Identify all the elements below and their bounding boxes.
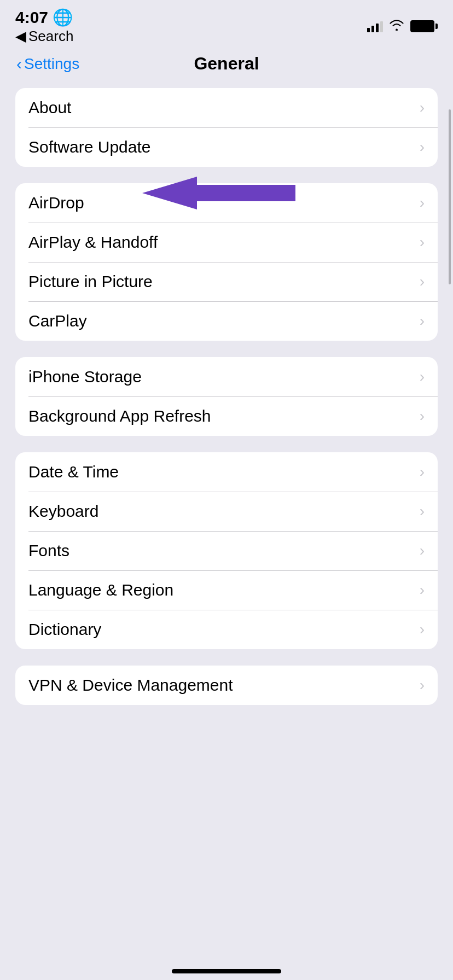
- settings-row-language-region[interactable]: Language & Region ›: [15, 570, 438, 610]
- settings-group-5: VPN & Device Management ›: [15, 666, 438, 705]
- back-button[interactable]: ‹ Settings: [16, 55, 79, 73]
- status-time: 4:07 🌐: [15, 8, 73, 27]
- signal-icon: [367, 20, 383, 32]
- search-back-text: Search: [28, 28, 73, 45]
- back-chevron-icon: ‹: [16, 55, 22, 73]
- status-left: 4:07 🌐 ◀ Search: [15, 8, 73, 45]
- settings-row-vpn-device-management[interactable]: VPN & Device Management ›: [15, 666, 438, 705]
- settings-row-airdrop[interactable]: AirDrop ›: [15, 183, 438, 223]
- background-app-refresh-label: Background App Refresh: [28, 407, 211, 425]
- airplay-handoff-chevron-icon: ›: [420, 234, 425, 251]
- carplay-label: CarPlay: [28, 312, 87, 330]
- settings-content: About › Software Update › AirDrop › AirP…: [0, 83, 453, 743]
- status-right: [367, 19, 438, 34]
- picture-in-picture-label: Picture in Picture: [28, 272, 153, 291]
- airdrop-label: AirDrop: [28, 194, 84, 212]
- settings-row-fonts[interactable]: Fonts ›: [15, 531, 438, 570]
- settings-row-software-update[interactable]: Software Update ›: [15, 127, 438, 167]
- settings-row-airplay-handoff[interactable]: AirPlay & Handoff ›: [15, 223, 438, 262]
- navigation-bar: ‹ Settings General: [0, 48, 453, 83]
- vpn-device-management-label: VPN & Device Management: [28, 676, 233, 695]
- signal-bar-1: [367, 28, 370, 32]
- software-update-label: Software Update: [28, 138, 150, 156]
- fonts-label: Fonts: [28, 541, 69, 560]
- scrollbar[interactable]: [449, 109, 451, 284]
- background-app-refresh-chevron-icon: ›: [420, 407, 425, 425]
- airdrop-chevron-icon: ›: [420, 194, 425, 212]
- about-label: About: [28, 98, 71, 117]
- carplay-chevron-icon: ›: [420, 312, 425, 330]
- settings-group-3: iPhone Storage › Background App Refresh …: [15, 357, 438, 436]
- back-arrow-icon: ◀: [15, 28, 26, 45]
- language-region-label: Language & Region: [28, 581, 173, 599]
- dictionary-chevron-icon: ›: [420, 621, 425, 638]
- iphone-storage-chevron-icon: ›: [420, 368, 425, 386]
- settings-row-picture-in-picture[interactable]: Picture in Picture ›: [15, 262, 438, 301]
- back-label: Settings: [24, 55, 79, 73]
- home-indicator: [172, 969, 281, 973]
- about-chevron-icon: ›: [420, 99, 425, 116]
- settings-row-background-app-refresh[interactable]: Background App Refresh ›: [15, 396, 438, 436]
- iphone-storage-label: iPhone Storage: [28, 368, 142, 386]
- signal-bar-3: [376, 24, 379, 32]
- settings-row-dictionary[interactable]: Dictionary ›: [15, 610, 438, 649]
- fonts-chevron-icon: ›: [420, 542, 425, 559]
- settings-group-2: AirDrop › AirPlay & Handoff › Picture in…: [15, 183, 438, 341]
- wifi-icon: [388, 19, 405, 34]
- settings-row-keyboard[interactable]: Keyboard ›: [15, 492, 438, 531]
- date-time-chevron-icon: ›: [420, 463, 425, 481]
- status-bar: 4:07 🌐 ◀ Search: [0, 0, 453, 48]
- page-title: General: [194, 54, 259, 74]
- software-update-chevron-icon: ›: [420, 138, 425, 156]
- battery-icon: [410, 20, 438, 32]
- language-region-chevron-icon: ›: [420, 581, 425, 599]
- dictionary-label: Dictionary: [28, 620, 101, 639]
- globe-icon: 🌐: [53, 8, 73, 27]
- vpn-device-management-chevron-icon: ›: [420, 676, 425, 694]
- settings-group-4: Date & Time › Keyboard › Fonts › Languag…: [15, 452, 438, 649]
- signal-bar-4: [380, 21, 383, 32]
- back-search-label[interactable]: ◀ Search: [15, 28, 73, 45]
- settings-row-iphone-storage[interactable]: iPhone Storage ›: [15, 357, 438, 396]
- keyboard-chevron-icon: ›: [420, 503, 425, 520]
- settings-row-carplay[interactable]: CarPlay ›: [15, 301, 438, 341]
- settings-row-date-time[interactable]: Date & Time ›: [15, 452, 438, 492]
- keyboard-label: Keyboard: [28, 502, 98, 521]
- picture-in-picture-chevron-icon: ›: [420, 273, 425, 290]
- airplay-handoff-label: AirPlay & Handoff: [28, 233, 158, 252]
- time-label: 4:07: [15, 8, 48, 27]
- date-time-label: Date & Time: [28, 463, 119, 481]
- settings-row-about[interactable]: About ›: [15, 88, 438, 127]
- settings-group-1: About › Software Update ›: [15, 88, 438, 167]
- signal-bar-2: [371, 26, 374, 32]
